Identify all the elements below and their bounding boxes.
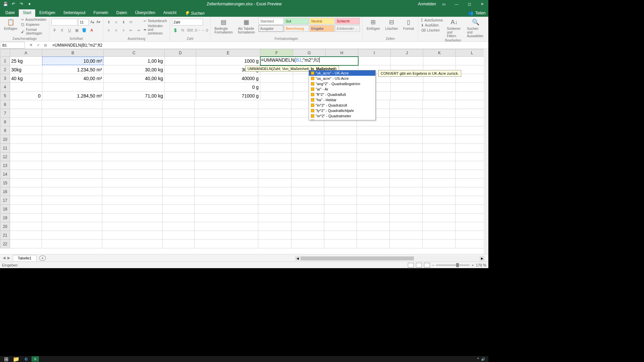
cell[interactable] (42, 222, 102, 231)
row-header[interactable]: 2 (0, 65, 10, 74)
cell[interactable] (258, 126, 291, 135)
cell[interactable] (423, 135, 455, 144)
cell[interactable] (42, 170, 102, 179)
cell[interactable] (10, 161, 42, 170)
cell[interactable] (10, 205, 42, 214)
style-berechnung[interactable]: Berechnung (284, 25, 309, 32)
row-header[interactable]: 8 (0, 118, 10, 126)
col-header-b[interactable]: B (42, 49, 103, 57)
cell[interactable] (390, 161, 423, 170)
cell[interactable] (324, 144, 357, 153)
cell[interactable] (195, 222, 258, 231)
cell[interactable] (291, 231, 324, 240)
cell[interactable] (455, 57, 488, 65)
cell-a5[interactable]: 0 (10, 92, 42, 100)
vertical-scrollbar[interactable] (484, 49, 488, 254)
tab-ansicht[interactable]: Ansicht (159, 9, 180, 17)
cell-b2[interactable]: 1.234,50 m² (42, 65, 103, 74)
row-header[interactable]: 20 (0, 222, 10, 231)
dropdown-item[interactable]: "ly^2" - Quadratlichtjahr (309, 108, 375, 113)
cell[interactable] (163, 135, 195, 144)
style-gut[interactable]: Gut (284, 18, 309, 24)
cell[interactable] (163, 109, 195, 118)
col-header-f[interactable]: F (260, 49, 293, 57)
cell[interactable] (163, 100, 195, 109)
cell-e1[interactable]: 1000 g (196, 57, 260, 65)
cell[interactable] (455, 153, 488, 161)
cell[interactable] (357, 187, 390, 196)
cell[interactable] (195, 118, 258, 126)
share-button[interactable]: Teilen (475, 11, 486, 15)
cell[interactable] (102, 135, 163, 144)
tab-formeln[interactable]: Formeln (90, 9, 112, 17)
col-header-j[interactable]: J (391, 49, 423, 57)
cell[interactable] (423, 100, 455, 109)
cell[interactable] (390, 144, 423, 153)
cell[interactable] (102, 187, 163, 196)
thousands-button[interactable]: 000 (187, 27, 194, 34)
cell[interactable] (10, 118, 42, 126)
cell[interactable] (291, 222, 324, 231)
cell[interactable] (358, 57, 391, 65)
cell[interactable] (163, 214, 195, 222)
font-color-button[interactable]: A (88, 27, 95, 34)
indent-decrease-button[interactable]: ⇤ (127, 27, 134, 34)
cell[interactable] (390, 231, 423, 240)
cell-c5[interactable]: 71,00 kg (104, 92, 165, 100)
cell-e5[interactable]: 71000 g (196, 92, 260, 100)
tab-start[interactable]: Start (19, 9, 35, 17)
cell[interactable] (10, 100, 42, 109)
cell[interactable] (258, 100, 291, 109)
clear-button[interactable]: ⌫Löschen (420, 28, 443, 33)
zoom-in-button[interactable]: + (472, 263, 474, 267)
copy-button[interactable]: ⿻Kopieren (20, 22, 47, 27)
cell[interactable] (102, 126, 163, 135)
cell[interactable] (455, 170, 488, 179)
cell[interactable] (357, 179, 390, 187)
cell-e4[interactable]: 0 g (196, 83, 260, 92)
cell[interactable] (102, 109, 163, 118)
insert-cells-button[interactable]: ⊞Einfügen (365, 17, 382, 31)
cell[interactable] (357, 144, 390, 153)
cell[interactable] (324, 240, 357, 248)
wrap-text-button[interactable]: ↩Textumbruch (143, 19, 167, 23)
style-erklarend[interactable]: Erklärender ... (335, 25, 360, 32)
cell[interactable] (195, 135, 258, 144)
cell[interactable] (163, 187, 195, 196)
cell[interactable] (163, 231, 195, 240)
row-header[interactable]: 5 (0, 92, 10, 100)
cell[interactable] (291, 153, 324, 161)
cell[interactable] (42, 126, 102, 135)
indent-increase-button[interactable]: ⇥ (135, 27, 142, 34)
col-header-c[interactable]: C (104, 49, 165, 57)
col-header-i[interactable]: I (358, 49, 391, 57)
cell[interactable] (258, 170, 291, 179)
number-format-select[interactable] (172, 19, 203, 25)
cell[interactable] (423, 109, 455, 118)
cell[interactable] (357, 170, 390, 179)
ribbon-options-icon[interactable]: ▭ (439, 0, 449, 8)
cell[interactable] (195, 187, 258, 196)
cell[interactable] (390, 118, 423, 126)
cell[interactable] (102, 153, 163, 161)
cell[interactable] (258, 144, 291, 153)
cell[interactable] (423, 214, 455, 222)
formula-input[interactable] (51, 42, 488, 49)
cell[interactable] (455, 196, 488, 205)
minimize-icon[interactable]: — (451, 0, 462, 8)
dropdown-item[interactable]: "ft^2" - Quadratfuß (309, 92, 375, 97)
currency-button[interactable]: 💲 (172, 27, 179, 34)
cell[interactable] (10, 153, 42, 161)
border-button[interactable]: ▦ (73, 27, 80, 34)
sign-in-link[interactable]: Anmelden (418, 2, 436, 6)
cell-c1[interactable]: 1,00 kg (104, 57, 165, 65)
col-header-e[interactable]: E (196, 49, 260, 57)
cell[interactable] (455, 187, 488, 196)
spreadsheet-grid[interactable]: A B C D E F G H I J K L 1 25 kg 10,00 m²… (0, 49, 488, 254)
row-header[interactable]: 14 (0, 170, 10, 179)
col-header-g[interactable]: G (293, 49, 326, 57)
cell[interactable] (324, 196, 357, 205)
cell[interactable] (390, 153, 423, 161)
format-cells-button[interactable]: ▯Format (401, 17, 416, 31)
row-header[interactable]: 21 (0, 231, 10, 240)
